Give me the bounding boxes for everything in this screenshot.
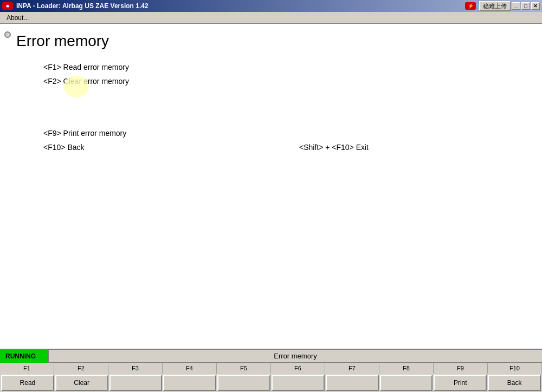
f9-description: Print error memory — [63, 129, 127, 138]
f1-key: <F1> — [43, 63, 63, 71]
fkey-label-f8: F8 — [379, 363, 434, 374]
title-bar-controls: ⚡ 稳难上传 _ □ ✕ — [465, 1, 540, 11]
f2-option[interactable]: <F2> Clear error memory — [11, 77, 531, 86]
about-menu-item[interactable]: About... — [2, 13, 33, 23]
f4-button[interactable] — [163, 375, 216, 391]
print-button[interactable]: Print — [434, 375, 487, 391]
running-badge: RUNNING — [0, 350, 49, 363]
radio-indicator — [4, 31, 11, 38]
f10-key: <F10> — [43, 143, 67, 152]
main-content: Error memory <F1> Read error memory <F2>… — [0, 24, 542, 349]
fkey-label-f6: F6 — [271, 363, 325, 374]
status-row: RUNNING Error memory — [0, 350, 542, 363]
red-icon: ⚡ — [465, 2, 476, 10]
f1-description: Read error memory — [63, 63, 129, 71]
shift-f10-shortcut: <Shift> + <F10> Exit — [299, 143, 369, 152]
fkey-buttons-row: Read Clear Print Back — [0, 374, 542, 392]
fkey-label-f1: F1 — [0, 363, 54, 374]
close-button[interactable]: ✕ — [531, 2, 540, 10]
f2-key: <F2> — [43, 77, 63, 86]
app-icon: ■ — [2, 2, 13, 10]
fkey-label-f3: F3 — [108, 363, 163, 374]
f8-button[interactable] — [380, 375, 433, 391]
window-title: INPA - Loader: Airbag US ZAE Version 1.4… — [16, 2, 149, 10]
status-label: Error memory — [49, 352, 542, 360]
fkey-label-f10: F10 — [488, 363, 542, 374]
f2-description: Clear error memory — [63, 77, 129, 86]
bottom-bar: RUNNING Error memory F1 F2 F3 F4 F5 F6 F… — [0, 349, 542, 392]
minimize-button[interactable]: _ — [512, 2, 520, 10]
f7-button[interactable] — [326, 375, 379, 391]
fkey-label-f4: F4 — [163, 363, 217, 374]
back-button[interactable]: Back — [488, 375, 541, 391]
menu-bar: About... — [0, 12, 542, 24]
fkey-label-f5: F5 — [217, 363, 271, 374]
f5-button[interactable] — [217, 375, 270, 391]
f10-description: Back — [67, 143, 84, 152]
f9-option[interactable]: <F9> Print error memory — [11, 129, 531, 138]
upload-button[interactable]: 稳难上传 — [479, 1, 511, 11]
f3-button[interactable] — [109, 375, 163, 391]
read-button[interactable]: Read — [1, 375, 54, 391]
page-title: Error memory — [11, 32, 531, 50]
fkey-labels-row: F1 F2 F3 F4 F5 F6 F7 F8 F9 F10 — [0, 363, 542, 374]
maximize-button[interactable]: □ — [521, 2, 530, 10]
title-bar-left: ■ INPA - Loader: Airbag US ZAE Version 1… — [2, 2, 149, 10]
f6-button[interactable] — [272, 375, 325, 391]
f1-option[interactable]: <F1> Read error memory — [11, 63, 531, 71]
fkey-label-f9: F9 — [434, 363, 488, 374]
fkey-label-f7: F7 — [325, 363, 379, 374]
title-bar: ■ INPA - Loader: Airbag US ZAE Version 1… — [0, 0, 542, 12]
f10-option[interactable]: <F10> Back <Shift> + <F10> Exit — [11, 143, 531, 152]
f9-key: <F9> — [43, 129, 63, 138]
fkey-label-f2: F2 — [54, 363, 108, 374]
clear-button[interactable]: Clear — [55, 375, 108, 391]
